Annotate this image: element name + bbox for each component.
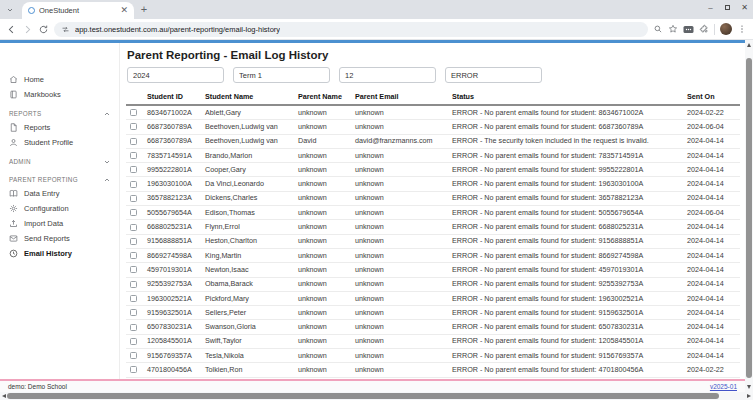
sidebar-item-markbooks[interactable]: Markbooks bbox=[0, 87, 119, 102]
close-button[interactable]: ✕ bbox=[736, 0, 753, 14]
row-checkbox[interactable] bbox=[130, 338, 137, 345]
row-checkbox[interactable] bbox=[130, 152, 137, 159]
sidebar-section-reports[interactable]: REPORTS bbox=[0, 107, 119, 120]
chevron-up-icon bbox=[103, 176, 111, 184]
table-row: 8669274598A King,Martin unknown unknown … bbox=[126, 248, 740, 262]
row-checkbox-cell bbox=[126, 234, 145, 248]
table-row: 8634671002A Ablett,Gary unknown unknown … bbox=[126, 105, 740, 120]
scroll-left-arrow-icon[interactable] bbox=[2, 394, 6, 398]
row-checkbox[interactable] bbox=[130, 181, 137, 188]
cell-sent-on: 2024-04-14 bbox=[685, 134, 740, 148]
row-checkbox[interactable] bbox=[130, 195, 137, 202]
sidebar-item-home[interactable]: Home bbox=[0, 72, 119, 87]
vertical-scrollbar[interactable] bbox=[745, 40, 753, 392]
cell-student-id: 8669274598A bbox=[145, 248, 203, 262]
cell-status: ERROR - No parent emails found for stude… bbox=[450, 234, 685, 248]
tab-close-icon[interactable]: ✕ bbox=[120, 6, 128, 15]
reload-icon[interactable] bbox=[38, 24, 49, 35]
sidebar-item-label: Send Reports bbox=[24, 234, 70, 243]
status-filter-input[interactable] bbox=[445, 67, 542, 83]
sidebar-item-configuration[interactable]: Configuration bbox=[0, 201, 119, 216]
address-bar[interactable]: app.test.onestudent.com.au/parent-report… bbox=[54, 22, 648, 37]
pinned-extension-icon[interactable] bbox=[683, 25, 694, 34]
sidebar-section-parent-reporting[interactable]: PARENT REPORTING bbox=[0, 173, 119, 186]
webpage: Home Markbooks REPORTS Reports bbox=[0, 40, 745, 392]
cell-student-name: Tesla,Nikola bbox=[203, 349, 296, 363]
extensions-puzzle-icon[interactable] bbox=[699, 24, 709, 34]
maximize-icon bbox=[725, 5, 730, 10]
cell-parent-email: unknown bbox=[353, 220, 450, 234]
tab-search-button[interactable] bbox=[0, 0, 20, 19]
sidebar-item-reports[interactable]: Reports bbox=[0, 120, 119, 135]
cell-parent-email: unknown bbox=[353, 163, 450, 177]
chevron-down-icon bbox=[103, 158, 111, 166]
column-header-student-name[interactable]: Student Name bbox=[203, 89, 296, 105]
cell-parent-name: unknown bbox=[296, 334, 353, 348]
chevron-up-icon bbox=[103, 110, 111, 118]
scroll-down-arrow-icon[interactable] bbox=[747, 385, 751, 389]
sidebar-item-student-profile[interactable]: Student Profile bbox=[0, 135, 119, 150]
row-checkbox[interactable] bbox=[130, 166, 137, 173]
sidebar-item-data-entry[interactable]: Data Entry bbox=[0, 186, 119, 201]
row-checkbox[interactable] bbox=[130, 238, 137, 245]
column-header-parent-email[interactable]: Parent Email bbox=[353, 89, 450, 105]
cell-student-id: 5055679654A bbox=[145, 206, 203, 220]
row-checkbox[interactable] bbox=[130, 123, 137, 130]
cell-sent-on: 2024-04-14 bbox=[685, 220, 740, 234]
new-tab-button[interactable]: + bbox=[134, 2, 154, 17]
row-checkbox[interactable] bbox=[130, 209, 137, 216]
cell-status: ERROR - No parent emails found for stude… bbox=[450, 148, 685, 162]
column-header-sent-on[interactable]: Sent On bbox=[685, 89, 740, 105]
cell-student-id: 9955222801A bbox=[145, 163, 203, 177]
row-checkbox[interactable] bbox=[130, 309, 137, 316]
sidebar-item-send-reports[interactable]: Send Reports bbox=[0, 231, 119, 246]
sidebar-section-admin[interactable]: ADMIN bbox=[0, 155, 119, 168]
year-level-filter-input[interactable] bbox=[339, 67, 436, 83]
row-checkbox[interactable] bbox=[130, 109, 137, 116]
term-filter-input[interactable] bbox=[233, 67, 330, 83]
scroll-up-arrow-icon[interactable] bbox=[747, 43, 751, 47]
cell-status: ERROR - No parent emails found for stude… bbox=[450, 206, 685, 220]
zoom-icon[interactable] bbox=[653, 24, 663, 34]
row-checkbox[interactable] bbox=[130, 138, 137, 145]
cell-status: ERROR - No parent emails found for stude… bbox=[450, 191, 685, 205]
row-checkbox[interactable] bbox=[130, 295, 137, 302]
horizontal-scrollbar[interactable] bbox=[0, 392, 753, 400]
menu-kebab-icon[interactable] bbox=[737, 24, 747, 34]
year-filter-input[interactable] bbox=[127, 67, 224, 83]
back-icon[interactable] bbox=[6, 24, 17, 35]
profile-avatar[interactable] bbox=[720, 23, 732, 35]
version-link[interactable]: v2025-01 bbox=[710, 383, 737, 390]
column-header-student-id[interactable]: Student ID bbox=[145, 89, 203, 105]
row-checkbox[interactable] bbox=[130, 366, 137, 373]
bookmark-star-icon[interactable] bbox=[668, 24, 678, 34]
table-row: 6688025231A Flynn,Errol unknown unknown … bbox=[126, 220, 740, 234]
row-checkbox[interactable] bbox=[130, 224, 137, 231]
cell-sent-on: 2024-04-14 bbox=[685, 291, 740, 305]
forward-icon[interactable] bbox=[22, 24, 33, 35]
cell-parent-name: unknown bbox=[296, 163, 353, 177]
site-info-icon[interactable] bbox=[61, 25, 70, 34]
cell-parent-email: unknown bbox=[353, 277, 450, 291]
row-checkbox[interactable] bbox=[130, 352, 137, 359]
cell-student-id: 6688025231A bbox=[145, 220, 203, 234]
vertical-scrollbar-thumb[interactable] bbox=[746, 58, 752, 378]
sidebar-item-import-data[interactable]: Import Data bbox=[0, 216, 119, 231]
column-header-parent-name[interactable]: Parent Name bbox=[296, 89, 353, 105]
browser-tab[interactable]: OneStudent ✕ bbox=[22, 2, 134, 19]
scroll-right-arrow-icon[interactable] bbox=[747, 394, 751, 398]
cell-student-name: Da Vinci,Leonardo bbox=[203, 177, 296, 191]
row-checkbox[interactable] bbox=[130, 252, 137, 259]
cell-status: ERROR - No parent emails found for stude… bbox=[450, 248, 685, 262]
cell-student-id: 3657882123A bbox=[145, 191, 203, 205]
column-header-status[interactable]: Status bbox=[450, 89, 685, 105]
horizontal-scrollbar-thumb[interactable] bbox=[7, 393, 719, 399]
row-checkbox[interactable] bbox=[130, 324, 137, 331]
section-label: PARENT REPORTING bbox=[9, 176, 78, 183]
section-label: REPORTS bbox=[9, 110, 41, 117]
maximize-button[interactable] bbox=[719, 0, 736, 14]
sidebar-item-email-history[interactable]: Email History bbox=[0, 246, 119, 261]
minimize-button[interactable]: – bbox=[702, 0, 719, 14]
row-checkbox[interactable] bbox=[130, 266, 137, 273]
row-checkbox[interactable] bbox=[130, 281, 137, 288]
